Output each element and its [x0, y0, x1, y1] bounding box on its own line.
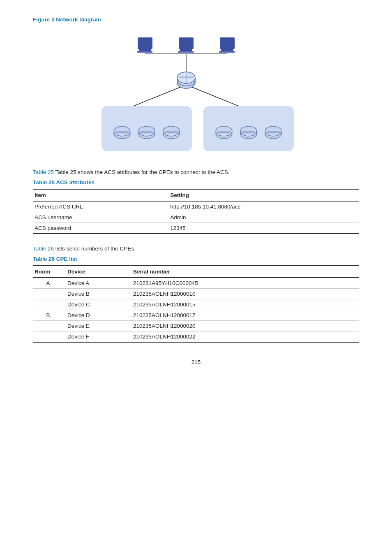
cell-room — [33, 321, 66, 331]
table26-intro: Table 26 lists serial numbers of the CPE… — [33, 246, 359, 252]
col-setting: Setting — [168, 189, 359, 201]
cell-device: Device B — [66, 289, 131, 299]
svg-rect-3 — [179, 37, 194, 49]
cell-serial: 210235AOLNH12000015 — [131, 299, 359, 310]
cell-serial: 210231A95YH10C000045 — [131, 278, 359, 289]
svg-rect-4 — [180, 49, 192, 51]
cell-serial: 210235AOLNH12000010 — [131, 289, 359, 299]
svg-line-14 — [134, 85, 186, 106]
col-item: Item — [33, 189, 168, 201]
cell-serial: 210235AOLNH12000022 — [131, 331, 359, 343]
svg-rect-1 — [139, 49, 151, 51]
svg-rect-6 — [220, 37, 235, 49]
cell-device: Device E — [66, 321, 131, 331]
table26-title: Table 26 CPE list — [33, 256, 359, 262]
figure-label: Figure 3 Network diagram — [33, 16, 359, 23]
cell-serial: 210235AOLNH12000017 — [131, 310, 359, 321]
svg-rect-0 — [138, 37, 152, 49]
svg-rect-2 — [137, 51, 152, 53]
page-number: 215 — [33, 359, 359, 365]
cell-device: Device F — [66, 331, 131, 343]
svg-line-15 — [186, 85, 239, 106]
cell-setting: Admin — [168, 212, 359, 223]
cell-setting: http://10.185.10.41:8080/acs — [168, 201, 359, 212]
svg-rect-7 — [221, 49, 233, 51]
cell-setting: 12345 — [168, 223, 359, 234]
cell-device: Device C — [66, 299, 131, 310]
col-serial: Serial number — [131, 266, 359, 278]
table-row: Device F 210235AOLNH12000022 — [33, 331, 359, 343]
acs-attributes-table: Item Setting Preferred ACS URL http://10… — [33, 189, 359, 234]
col-device: Device — [66, 266, 131, 278]
cell-item: Preferred ACS URL — [33, 201, 168, 212]
table25-title: Table 25 ACS attributes — [33, 179, 359, 185]
table-row: Device E 210235AOLNH12000020 — [33, 321, 359, 331]
cell-device: Device D — [66, 310, 131, 321]
cell-item: ACS username — [33, 212, 168, 223]
cell-room — [33, 299, 66, 310]
cell-room — [33, 331, 66, 343]
table-row: Device B 210235AOLNH12000010 — [33, 289, 359, 299]
cell-serial: 210235AOLNH12000020 — [131, 321, 359, 331]
cell-room: A — [33, 278, 66, 289]
cell-device: Device A — [66, 278, 131, 289]
table25-intro: Table 25 Table 25 shows the ACS attribut… — [33, 169, 359, 175]
table-row: Preferred ACS URL http://10.185.10.41:80… — [33, 201, 359, 212]
col-room: Room — [33, 266, 66, 278]
table-row: Device C 210235AOLNH12000015 — [33, 299, 359, 310]
cpe-list-table: Room Device Serial number A Device A 210… — [33, 265, 359, 343]
table-row: B Device D 210235AOLNH12000017 — [33, 310, 359, 321]
table-row: ACS username Admin — [33, 212, 359, 223]
svg-rect-8 — [219, 51, 235, 53]
svg-rect-5 — [178, 51, 194, 53]
table-row: A Device A 210231A95YH10C000045 — [33, 278, 359, 289]
network-diagram: ⋯⋯ — [33, 30, 359, 158]
cell-item: ACS password — [33, 223, 168, 234]
cell-room: B — [33, 310, 66, 321]
table-row: ACS password 12345 — [33, 223, 359, 234]
cell-room — [33, 289, 66, 299]
